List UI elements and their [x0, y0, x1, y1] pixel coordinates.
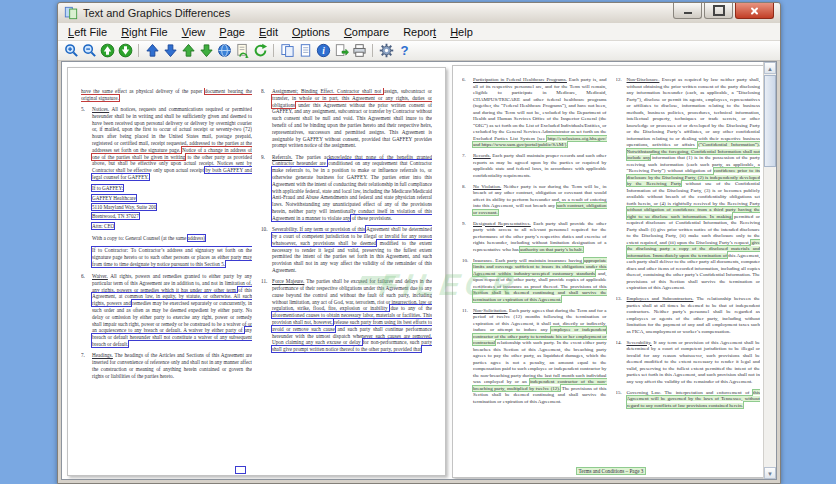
section-number: 6.	[81, 273, 92, 348]
text-run: Designated Representatives.	[473, 221, 531, 226]
minimize-icon	[684, 12, 692, 14]
section-number: 13.	[616, 296, 627, 335]
text-run: Headings.	[92, 352, 113, 358]
app-icon	[64, 6, 78, 20]
paragraph: 12.Non-Disclosure. Except as required by…	[616, 77, 761, 292]
text-run: Non-Disclosure.	[627, 77, 660, 82]
text-run: Force Majeure.	[272, 278, 304, 284]
paragraph-body: have the same effect as physical deliver…	[81, 88, 252, 102]
paragraph-body: If to Contractor: To Contractor’s addres…	[92, 247, 252, 267]
page-up-icon[interactable]	[98, 42, 116, 59]
menu-edit[interactable]: Edit	[252, 25, 285, 39]
diff-prev-icon[interactable]	[143, 42, 161, 59]
paragraph: 9.Designated Representatives. Each party…	[462, 221, 607, 254]
right-page-footer: Terms and Conditions – Page 3	[453, 468, 769, 474]
section-number: 14.	[616, 340, 627, 386]
text-run: The interpretation and enforcement of	[661, 390, 753, 395]
export-icon[interactable]	[332, 42, 350, 59]
text-run: Referrals.	[272, 154, 292, 160]
text-run: Insurance.	[473, 258, 494, 263]
settings-gear-icon[interactable]	[377, 42, 395, 59]
menu-page[interactable]: Page	[212, 25, 252, 39]
paragraph-body: Notices. All notices, requests and commu…	[92, 106, 252, 181]
text-run: Notices.	[92, 106, 109, 112]
menu-view[interactable]: View	[175, 25, 213, 39]
section-number: 9.	[261, 154, 272, 222]
scroll-up-icon[interactable]: ▲	[764, 62, 776, 74]
paragraph-body: Employees and Subcontractors. The relati…	[627, 296, 761, 335]
scroll-down-icon[interactable]: ▼	[764, 467, 776, 479]
section-number: 9.	[462, 221, 473, 254]
minimize-button[interactable]	[673, 3, 702, 19]
paragraph-body: Referrals. The parties acknowledge that …	[272, 154, 432, 222]
zoom-in-icon[interactable]	[62, 42, 80, 59]
paragraph-body: Brentwood, TN 37027	[92, 213, 252, 220]
section-number: 8.	[462, 184, 473, 217]
paragraph: If to Contractor: To Contractor’s addres…	[92, 247, 252, 267]
paragraph: 8.Assignment; Binding Effect. Contractor…	[261, 88, 432, 149]
paragraph-body: Participation in Federal Healthcare Prog…	[473, 77, 607, 149]
text-run: The headings of the Articles and Section…	[92, 352, 252, 378]
paragraph: 6.Participation in Federal Healthcare Pr…	[462, 77, 607, 149]
svg-text:i: i	[322, 46, 325, 56]
text-run: Records.	[473, 153, 491, 158]
text-run: All rights, powers and remedies granted …	[92, 273, 252, 293]
text-run: Each party shall maintain proper records…	[473, 153, 607, 178]
paragraph: 5110 Maryland Way, Suite 200	[92, 204, 252, 211]
copy-icon[interactable]	[278, 42, 296, 59]
paragraph: 10.Severability. If any term or provisio…	[261, 226, 432, 274]
text-run: All notices, requests and communications…	[92, 106, 252, 153]
menu-bar: Left FileRight FileViewPageEditOptionsCo…	[58, 23, 780, 41]
menu-left-file[interactable]: Left File	[61, 25, 114, 39]
report-page-icon[interactable]	[296, 42, 314, 59]
menu-right-file[interactable]: Right File	[114, 25, 174, 39]
close-button[interactable]	[735, 3, 774, 19]
toolbar-separator	[138, 44, 139, 57]
paragraph-body: If to GAFFEY:	[92, 185, 252, 192]
diff-highlight: If to GAFFEY:	[92, 185, 123, 191]
diff-next-icon[interactable]	[161, 42, 179, 59]
section-number: 7.	[462, 153, 473, 179]
vertical-scrollbar[interactable]: ▲ ▼	[763, 62, 776, 479]
scrollbar-thumb[interactable]	[764, 75, 776, 167]
section-number: 11.	[261, 278, 272, 353]
diff-highlight: Attn: CEO	[92, 223, 114, 229]
window-title: Text and Graphics Differences	[83, 7, 230, 19]
text-run: Governing Law.	[627, 390, 662, 395]
text-run: have the same effect as physical deliver…	[81, 88, 205, 94]
title-bar[interactable]: Text and Graphics Differences	[58, 3, 780, 23]
paragraph-body: With a copy to: General Counsel (at the …	[92, 235, 252, 242]
zoom-out-icon[interactable]	[80, 42, 98, 59]
info-icon[interactable]: i	[314, 42, 332, 59]
text-run: Each party is, and all of its respective…	[473, 77, 607, 141]
help-icon[interactable]: ?	[395, 42, 413, 59]
section-number: 5.	[81, 106, 92, 181]
doc-refresh-icon[interactable]	[233, 42, 251, 59]
paragraph-body: Force Majeure. The parties shall be excu…	[272, 278, 432, 353]
globe-icon[interactable]	[215, 42, 233, 59]
print-icon[interactable]	[350, 42, 368, 59]
paragraph-body: Attn: CEO	[92, 223, 252, 230]
toolbar-separator	[372, 44, 373, 57]
page-down-icon[interactable]	[116, 42, 134, 59]
menu-help[interactable]: Help	[443, 25, 480, 39]
diff-last-icon[interactable]	[197, 42, 215, 59]
left-document-page: have the same effect as physical deliver…	[67, 67, 446, 476]
recompare-icon[interactable]	[251, 42, 269, 59]
text-run: relationship with such party. In the eve…	[473, 340, 607, 384]
menu-compare[interactable]: Compare	[337, 25, 396, 39]
maximize-icon	[713, 5, 725, 16]
svg-text:?: ?	[400, 43, 408, 58]
section-number: 10.	[462, 258, 473, 304]
maximize-button[interactable]	[704, 3, 733, 19]
paragraph: Brentwood, TN 37027	[92, 213, 252, 220]
diff-highlight: address)	[188, 235, 205, 241]
menu-options[interactable]: Options	[285, 25, 337, 39]
menu-report[interactable]: Report	[396, 25, 443, 39]
right-page-column-1: 6.Participation in Federal Healthcare Pr…	[462, 77, 607, 465]
text-run: provision shall not, however,	[272, 319, 334, 325]
diff-highlight: conditioned on any requirement that Cont…	[272, 160, 432, 220]
diff-first-icon[interactable]	[179, 42, 197, 59]
paragraph: 6.Waiver. All rights, powers and remedie…	[81, 273, 252, 348]
desktop: { "window": { "title": "Text and Graphic…	[0, 0, 836, 484]
